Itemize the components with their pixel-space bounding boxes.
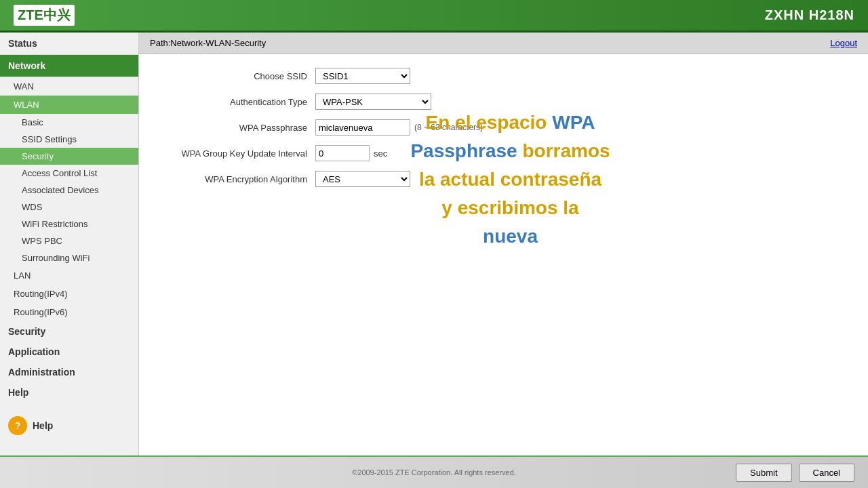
encryption-label: WPA Encryption Algorithm — [159, 174, 315, 184]
sidebar-item-routing-ipv6[interactable]: Routing(IPv6) — [0, 303, 138, 321]
sidebar-item-wifi-restrictions[interactable]: WiFi Restrictions — [0, 216, 138, 232]
choose-ssid-label: Choose SSID — [159, 71, 315, 81]
sidebar-help-button[interactable]: ? Help — [0, 408, 138, 443]
group-key-label: WPA Group Key Update Interval — [159, 148, 315, 159]
sidebar-item-lan[interactable]: LAN — [0, 266, 138, 285]
row-wpa-passphrase: WPA Passphrase (8 ~ 63 characters) — [159, 119, 848, 136]
copyright-text: ©2009-2015 ZTE Corporation. All rights r… — [352, 468, 516, 476]
auth-type-select[interactable]: WPA-PSK WPA2-PSK Mixed WPA/WPA2-PSK — [315, 94, 431, 110]
sidebar-item-wlan[interactable]: WLAN — [0, 96, 138, 114]
content-area: Path:Network-WLAN-Security Logout Choose… — [139, 33, 868, 455]
sidebar-item-security-wlan[interactable]: Security — [0, 148, 138, 165]
passphrase-hint: (8 ~ 63 characters) — [414, 123, 483, 132]
breadcrumb: Path:Network-WLAN-Security — [150, 38, 266, 48]
choose-ssid-select[interactable]: SSID1 SSID2 SSID3 SSID4 — [315, 68, 410, 84]
encryption-select[interactable]: AES TKIP AES+TKIP — [315, 171, 410, 187]
sidebar-item-access-control-list[interactable]: Access Control List — [0, 165, 138, 182]
sidebar-item-surrounding-wifi[interactable]: Surrounding WiFi — [0, 249, 138, 266]
help-label: Help — [33, 420, 53, 431]
wpa-passphrase-label: WPA Passphrase — [159, 123, 315, 133]
auth-type-label: Authentication Type — [159, 97, 315, 107]
sidebar-item-associated-devices[interactable]: Associated Devices — [0, 182, 138, 199]
help-icon-circle: ? — [8, 416, 27, 435]
sidebar-item-application[interactable]: Application — [0, 342, 138, 362]
group-key-unit: sec — [374, 148, 387, 159]
logout-button[interactable]: Logout — [830, 38, 857, 48]
main-layout: Status Network WAN WLAN Basic SSID Setti… — [0, 33, 868, 455]
zte-logo: ZTE中兴 — [14, 5, 75, 26]
row-encryption: WPA Encryption Algorithm AES TKIP AES+TK… — [159, 171, 848, 187]
form-area: Choose SSID SSID1 SSID2 SSID3 SSID4 Auth… — [139, 54, 868, 455]
sidebar-item-help[interactable]: Help — [0, 382, 138, 403]
logo: ZTE中兴 — [14, 5, 75, 26]
submit-button[interactable]: Submit — [736, 464, 791, 482]
cancel-button[interactable]: Cancel — [799, 464, 854, 482]
row-choose-ssid: Choose SSID SSID1 SSID2 SSID3 SSID4 — [159, 68, 848, 84]
device-name: ZXHN H218N — [765, 7, 854, 23]
sidebar-item-administration[interactable]: Administration — [0, 362, 138, 382]
sidebar-item-wds[interactable]: WDS — [0, 199, 138, 216]
overlay-line-5: nueva — [173, 222, 848, 251]
sidebar-item-wan[interactable]: WAN — [0, 77, 138, 96]
encryption-control: AES TKIP AES+TKIP — [315, 171, 410, 187]
footer: ©2009-2015 ZTE Corporation. All rights r… — [0, 455, 868, 488]
header: ZTE中兴 ZXHN H218N — [0, 0, 868, 33]
path-bar: Path:Network-WLAN-Security Logout — [139, 33, 868, 54]
sidebar-item-routing-ipv4[interactable]: Routing(IPv4) — [0, 285, 138, 303]
sidebar-item-security-top[interactable]: Security — [0, 321, 138, 342]
sidebar-item-network[interactable]: Network — [0, 55, 138, 77]
sidebar-item-wps-pbc[interactable]: WPS PBC — [0, 232, 138, 249]
wpa-passphrase-control: (8 ~ 63 characters) — [315, 119, 483, 136]
row-group-key: WPA Group Key Update Interval sec — [159, 145, 848, 161]
wpa-passphrase-input[interactable] — [315, 119, 410, 136]
sidebar-item-status[interactable]: Status — [0, 33, 138, 55]
auth-type-control: WPA-PSK WPA2-PSK Mixed WPA/WPA2-PSK — [315, 94, 431, 110]
row-auth-type: Authentication Type WPA-PSK WPA2-PSK Mix… — [159, 94, 848, 110]
sidebar-item-ssid-settings[interactable]: SSID Settings — [0, 131, 138, 148]
sidebar-item-basic[interactable]: Basic — [0, 114, 138, 131]
group-key-control: sec — [315, 145, 387, 161]
choose-ssid-control: SSID1 SSID2 SSID3 SSID4 — [315, 68, 410, 84]
group-key-input[interactable] — [315, 145, 370, 161]
overlay-line-4: y escribimos la — [173, 194, 848, 222]
sidebar: Status Network WAN WLAN Basic SSID Setti… — [0, 33, 139, 455]
